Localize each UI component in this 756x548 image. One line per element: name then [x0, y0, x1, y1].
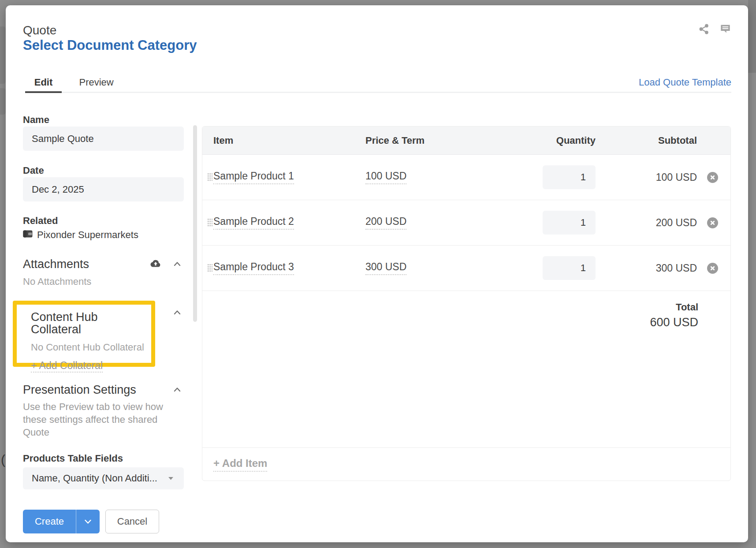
table-row: Sample Product 1 100 USD 1 100 USD [202, 155, 730, 200]
attachments-collapse-chevron-up-icon[interactable] [174, 260, 181, 268]
quote-items-table: Item Price & Term Quantity Subtotal Samp… [202, 126, 731, 481]
add-item-link[interactable]: + Add Item [213, 457, 267, 472]
quantity-input[interactable]: 1 [543, 211, 596, 235]
column-header-price-term: Price & Term [365, 135, 515, 146]
chevron-down-icon [85, 520, 91, 524]
attachments-section-header: Attachments [23, 257, 184, 271]
products-table-fields-select[interactable]: Name, Quantity (Non Additi... [23, 467, 184, 489]
upload-cloud-icon[interactable] [150, 259, 161, 269]
comment-icon[interactable] [719, 23, 731, 35]
content-hub-collateral-highlight-box: Content Hub Collateral No Content Hub Co… [13, 301, 155, 367]
quote-modal: Quote Select Document Category Ed [6, 5, 748, 542]
related-label: Related [23, 215, 184, 227]
modal-context-label: Quote [23, 23, 56, 37]
name-input[interactable]: Sample Quote [23, 127, 184, 151]
chevron-down-icon [168, 477, 173, 480]
products-table-fields-value: Name, Quantity (Non Additi... [32, 473, 157, 484]
column-header-subtotal: Subtotal [596, 135, 697, 146]
price-term-link[interactable]: 300 USD [365, 261, 406, 275]
related-record[interactable]: Pixonder Supermarkets [23, 230, 184, 240]
items-table-header: Item Price & Term Quantity Subtotal [202, 127, 730, 155]
create-split-button: Create [23, 510, 100, 533]
panel-scrollbar[interactable] [193, 125, 197, 322]
content-hub-collateral-title: Content Hub Collateral [31, 311, 151, 336]
subtotal-value: 100 USD [596, 171, 697, 183]
content-hub-collateral-empty-text: No Content Hub Collateral [31, 343, 151, 352]
tab-edit[interactable]: Edit [25, 71, 62, 92]
total-section: Total 600 USD [202, 291, 730, 447]
drag-handle-icon[interactable] [207, 264, 212, 272]
quantity-input[interactable]: 1 [543, 165, 596, 189]
remove-item-button[interactable] [707, 263, 718, 274]
background-partial-glyph: ( [1, 452, 5, 467]
item-name-link[interactable]: Sample Product 2 [213, 216, 294, 230]
column-header-quantity: Quantity [515, 135, 596, 146]
drag-handle-icon[interactable] [207, 173, 212, 182]
quantity-input[interactable]: 1 [543, 256, 596, 280]
date-input[interactable]: Dec 2, 2025 [23, 177, 184, 201]
tab-preview[interactable]: Preview [79, 71, 113, 92]
page-title: Select Document Category [23, 37, 197, 53]
item-name-link[interactable]: Sample Product 1 [213, 170, 294, 184]
total-label: Total [202, 302, 698, 313]
attachments-title: Attachments [23, 257, 150, 271]
presentation-collapse-chevron-up-icon[interactable] [174, 386, 181, 394]
wallet-icon [23, 229, 33, 241]
cancel-button[interactable]: Cancel [105, 510, 159, 533]
subtotal-value: 200 USD [596, 217, 697, 229]
attachments-empty-text: No Attachments [23, 276, 184, 287]
price-term-link[interactable]: 100 USD [365, 170, 406, 184]
share-icon[interactable] [698, 23, 710, 35]
related-record-name: Pixonder Supermarkets [37, 229, 138, 241]
presentation-settings-title: Presentation Settings [23, 383, 174, 397]
products-table-fields-label: Products Table Fields [23, 453, 184, 464]
add-collateral-link[interactable]: + Add Collateral [31, 360, 103, 373]
create-button[interactable]: Create [23, 510, 76, 533]
background-card-fragment [0, 88, 6, 115]
name-label: Name [23, 114, 184, 126]
price-term-link[interactable]: 200 USD [365, 216, 406, 230]
presentation-settings-header: Presentation Settings [23, 383, 184, 397]
presentation-settings-description: Use the Preview tab to view how these se… [23, 400, 175, 439]
column-header-item: Item [213, 135, 365, 146]
subtotal-value: 300 USD [596, 262, 697, 274]
quote-form-panel: Name Sample Quote Date Dec 2, 2025 Relat… [23, 114, 184, 533]
tab-bar: Edit Preview Load Quote Template [25, 71, 731, 93]
date-label: Date [23, 165, 184, 176]
total-value: 600 USD [202, 316, 698, 329]
remove-item-button[interactable] [707, 172, 718, 183]
background-card-fragment [0, 26, 6, 84]
remove-item-button[interactable] [707, 217, 718, 228]
add-item-row: + Add Item [202, 447, 730, 481]
drag-handle-icon[interactable] [207, 218, 212, 227]
item-name-link[interactable]: Sample Product 3 [213, 261, 294, 275]
table-row: Sample Product 2 200 USD 1 200 USD [202, 200, 730, 246]
background-card-fragment [748, 0, 756, 73]
create-options-dropdown-button[interactable] [76, 510, 100, 533]
collateral-collapse-chevron-up-icon[interactable] [174, 309, 181, 317]
table-row: Sample Product 3 300 USD 1 300 USD [202, 246, 730, 291]
load-quote-template-link[interactable]: Load Quote Template [639, 77, 731, 88]
